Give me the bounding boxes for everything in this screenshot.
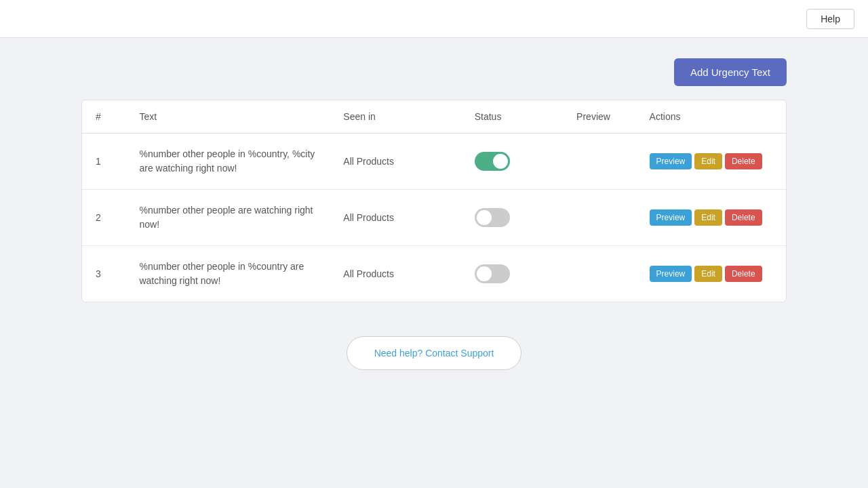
status-toggle[interactable] — [475, 152, 510, 171]
col-header-seen: Seen in — [330, 100, 460, 134]
table-row: 3%number other people in %country are wa… — [82, 246, 786, 302]
main-content: Add Urgency Text # Text Seen in Status P… — [0, 38, 868, 390]
action-buttons-group: PreviewEditDelete — [650, 209, 772, 226]
col-header-status: Status — [461, 100, 563, 134]
col-header-preview: Preview — [563, 100, 635, 134]
action-buttons-group: PreviewEditDelete — [650, 266, 772, 282]
table-header-row: # Text Seen in Status Preview Actions — [82, 100, 786, 134]
edit-button[interactable]: Edit — [694, 209, 722, 226]
row-status[interactable] — [461, 190, 563, 246]
row-preview-cell — [563, 190, 635, 246]
delete-button[interactable]: Delete — [725, 153, 762, 169]
status-toggle[interactable] — [475, 208, 510, 227]
col-header-actions: Actions — [636, 100, 786, 134]
edit-button[interactable]: Edit — [694, 266, 722, 282]
row-status[interactable] — [461, 246, 563, 302]
toggle-slider — [475, 152, 510, 171]
help-button[interactable]: Help — [806, 9, 854, 29]
row-actions: PreviewEditDelete — [636, 246, 786, 302]
row-text: %number other people in %country are wat… — [125, 246, 330, 302]
add-urgency-button[interactable]: Add Urgency Text — [674, 58, 787, 86]
row-num: 1 — [82, 134, 125, 190]
row-status[interactable] — [461, 134, 563, 190]
action-buttons-group: PreviewEditDelete — [650, 153, 772, 169]
table-row: 1%number other people in %country, %city… — [82, 134, 786, 190]
row-num: 2 — [82, 190, 125, 246]
row-preview-cell — [563, 134, 635, 190]
row-num: 3 — [82, 246, 125, 302]
contact-support-section: Need help? Contact Support — [81, 336, 787, 370]
row-actions: PreviewEditDelete — [636, 134, 786, 190]
urgency-table: # Text Seen in Status Preview Actions 1%… — [82, 100, 786, 302]
status-toggle[interactable] — [475, 264, 510, 283]
preview-button[interactable]: Preview — [650, 153, 692, 169]
top-bar: Help — [0, 0, 868, 38]
urgency-table-container: # Text Seen in Status Preview Actions 1%… — [81, 100, 787, 302]
toggle-slider — [475, 208, 510, 227]
preview-button[interactable]: Preview — [650, 266, 692, 282]
row-seen-in: All Products — [330, 134, 460, 190]
toolbar: Add Urgency Text — [81, 58, 787, 86]
delete-button[interactable]: Delete — [725, 266, 762, 282]
contact-support-button[interactable]: Need help? Contact Support — [347, 336, 522, 370]
row-seen-in: All Products — [330, 246, 460, 302]
row-text: %number other people in %country, %city … — [125, 134, 330, 190]
row-seen-in: All Products — [330, 190, 460, 246]
table-row: 2%number other people are watching right… — [82, 190, 786, 246]
edit-button[interactable]: Edit — [694, 153, 722, 169]
delete-button[interactable]: Delete — [725, 209, 762, 226]
toggle-slider — [475, 264, 510, 283]
row-actions: PreviewEditDelete — [636, 190, 786, 246]
row-preview-cell — [563, 246, 635, 302]
preview-button[interactable]: Preview — [650, 209, 692, 226]
row-text: %number other people are watching right … — [125, 190, 330, 246]
col-header-text: Text — [125, 100, 330, 134]
col-header-num: # — [82, 100, 125, 134]
